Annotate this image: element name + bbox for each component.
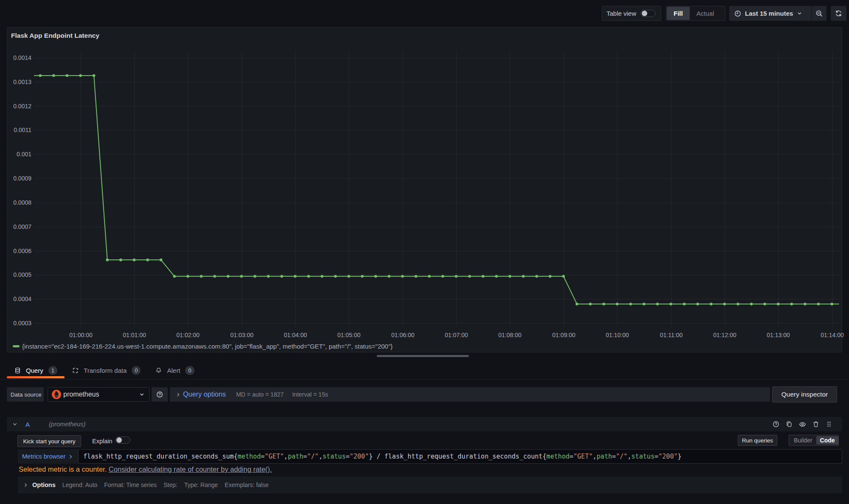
- zoom-out-button[interactable]: [811, 6, 826, 21]
- query-options-label: Query options: [183, 391, 226, 398]
- svg-text:01:08:00: 01:08:00: [498, 332, 522, 338]
- svg-text:0.0013: 0.0013: [13, 79, 31, 85]
- fill-option[interactable]: Fill: [667, 7, 690, 20]
- database-icon: [14, 367, 21, 374]
- warning-text: Selected metric is a counter.: [19, 465, 107, 473]
- query-options-chevron: [175, 392, 181, 397]
- svg-text:01:06:00: 01:06:00: [391, 332, 415, 338]
- tab-query[interactable]: Query 1: [7, 362, 65, 379]
- query-inspector-button[interactable]: Query inspector: [772, 386, 837, 403]
- duplicate-query-button[interactable]: [786, 421, 793, 428]
- drag-query-handle[interactable]: [826, 421, 832, 428]
- svg-text:0.0006: 0.0006: [13, 248, 31, 254]
- refresh-icon: [835, 10, 842, 17]
- builder-code-group: Builder Code: [789, 435, 839, 446]
- svg-text:0.001: 0.001: [17, 151, 31, 158]
- refresh-button[interactable]: [831, 6, 846, 21]
- process-icon: [72, 367, 79, 374]
- time-range-group: Last 15 minutes: [729, 6, 826, 21]
- query-editor-row: Metrics browser flask_http_request_durat…: [18, 449, 842, 464]
- svg-text:01:07:00: 01:07:00: [445, 332, 468, 338]
- table-view-field: Table view: [602, 6, 661, 21]
- fill-actual-group: Fill Actual: [666, 6, 725, 21]
- transform-count-badge: 0: [132, 366, 141, 375]
- pane-resize-handle[interactable]: [377, 355, 469, 357]
- toggle-visibility-button[interactable]: [799, 421, 806, 428]
- prometheus-icon: [52, 390, 61, 399]
- chevron-down-icon: [139, 391, 145, 397]
- svg-text:01:02:00: 01:02:00: [176, 332, 200, 338]
- svg-text:01:14:00: 01:14:00: [821, 332, 844, 338]
- datasource-help-button[interactable]: [152, 387, 168, 402]
- actual-option[interactable]: Actual: [690, 7, 721, 20]
- builder-option[interactable]: Builder: [790, 436, 816, 445]
- datasource-value: prometheus: [63, 391, 137, 398]
- query-options-row[interactable]: Options Legend: Auto Format: Time series…: [18, 476, 842, 493]
- legend-series-marker: [13, 345, 20, 347]
- options-chevron: [23, 482, 28, 488]
- transform-tab-icon: [72, 367, 79, 374]
- svg-text:01:01:00: 01:01:00: [123, 332, 146, 338]
- editor-tabs: Query 1 Transform data 0 Alert 0: [0, 362, 849, 380]
- chevron-right-icon: [23, 482, 28, 488]
- svg-text:0.0009: 0.0009: [13, 175, 31, 182]
- option-format: Format: Time series: [104, 481, 157, 488]
- delete-query-button[interactable]: [812, 421, 819, 428]
- clock-icon: [734, 10, 741, 17]
- svg-text:01:11:00: 01:11:00: [660, 332, 683, 338]
- option-step: Step:: [164, 481, 178, 488]
- promql-code-editor[interactable]: flask_http_request_duration_seconds_sum{…: [78, 449, 842, 464]
- time-range-picker[interactable]: Last 15 minutes: [729, 6, 811, 21]
- svg-text:0.0007: 0.0007: [13, 223, 31, 230]
- query-row-header[interactable]: A (prometheus): [7, 417, 842, 431]
- code-option[interactable]: Code: [816, 436, 839, 445]
- query-tab-icon: [14, 367, 21, 374]
- option-type: Type: Range: [184, 481, 218, 488]
- promql-query-text: flask_http_request_duration_seconds_sum{…: [83, 453, 682, 460]
- legend-item[interactable]: {instance="ec2-184-169-216-224.us-west-1…: [13, 343, 393, 350]
- timeseries-panel: Flask App Endpoint Latency 0.00030.00040…: [7, 27, 842, 352]
- zoom-out-icon: [815, 10, 823, 17]
- tab-transform-data[interactable]: Transform data 0: [65, 362, 148, 379]
- query-options-interval: Interval = 15s: [292, 391, 328, 398]
- trash-icon: [812, 421, 819, 428]
- query-help-button[interactable]: [773, 421, 779, 428]
- bell-icon: [155, 367, 162, 374]
- question-circle-icon: [773, 421, 779, 428]
- options-label: Options: [32, 481, 56, 488]
- svg-text:0.0003: 0.0003: [13, 320, 31, 327]
- tab-alert[interactable]: Alert 0: [148, 362, 201, 379]
- table-view-toggle[interactable]: [640, 10, 656, 17]
- svg-text:01:12:00: 01:12:00: [713, 332, 736, 338]
- svg-text:01:13:00: 01:13:00: [767, 332, 790, 338]
- datasource-picker[interactable]: prometheus: [48, 387, 149, 402]
- option-exemplars: Exemplars: false: [225, 481, 268, 488]
- run-queries-button[interactable]: Run queries: [738, 435, 777, 446]
- svg-text:0.0012: 0.0012: [13, 103, 31, 110]
- grafana-panel-editor: { "toolbar": { "table_view_label": "Tabl…: [0, 0, 849, 504]
- chevron-right-icon: [175, 392, 181, 397]
- explain-toggle[interactable]: [115, 436, 130, 444]
- legend-series-label: {instance="ec2-184-169-216-224.us-west-1…: [22, 343, 393, 350]
- eye-icon: [799, 421, 806, 428]
- svg-text:0.0004: 0.0004: [13, 296, 31, 302]
- metrics-browser-button[interactable]: Metrics browser: [22, 449, 73, 464]
- chevron-right-icon: [68, 454, 73, 459]
- explain-label: Explain: [92, 435, 113, 447]
- query-options-toggle[interactable]: Query options MD = auto = 1827 Interval …: [170, 387, 770, 402]
- query-datasource-hint: (prometheus): [49, 421, 85, 428]
- table-view-label: Table view: [606, 10, 636, 17]
- time-range-label: Last 15 minutes: [745, 10, 793, 17]
- warning-link[interactable]: Consider calculating rate of counter by …: [109, 465, 272, 473]
- active-tab-underline: [7, 376, 65, 379]
- counter-warning: Selected metric is a counter. Consider c…: [19, 465, 272, 473]
- kick-start-query-button[interactable]: Kick start your query: [17, 435, 81, 447]
- query-count-badge: 1: [48, 366, 57, 375]
- chevron-down-icon: [12, 421, 18, 427]
- query-row-collapse-chevron[interactable]: [12, 421, 18, 427]
- copy-icon: [786, 421, 793, 428]
- svg-text:01:00:00: 01:00:00: [69, 332, 93, 338]
- timeseries-chart[interactable]: 0.00030.00040.00050.00060.00070.00080.00…: [7, 28, 842, 352]
- query-ref-id: A: [25, 421, 30, 428]
- svg-text:0.0005: 0.0005: [13, 271, 31, 278]
